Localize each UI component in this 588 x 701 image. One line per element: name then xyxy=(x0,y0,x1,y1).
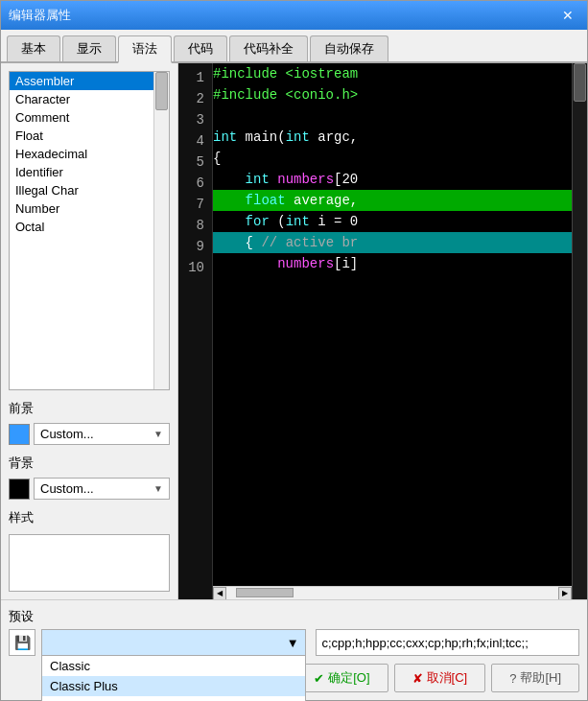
list-item-character[interactable]: Character xyxy=(10,90,153,108)
list-scrollbar[interactable] xyxy=(153,72,169,389)
code-line-3 xyxy=(213,105,572,127)
tab-basic[interactable]: 基本 xyxy=(7,35,60,61)
horizontal-scrollbar[interactable]: ◀ ▶ xyxy=(213,586,572,599)
code-line-9: ▪ { // active br xyxy=(213,232,572,253)
preset-list: Classic Classic Plus Twilight Ocean Visu… xyxy=(41,655,306,701)
list-item-number[interactable]: Number xyxy=(10,199,153,218)
list-item-illegal-char[interactable]: Illegal Char xyxy=(10,181,153,199)
syntax-list[interactable]: Assembler Character Comment Float Hexade… xyxy=(10,72,153,389)
left-panel: Assembler Character Comment Float Hexade… xyxy=(1,63,178,599)
help-icon: ? xyxy=(509,671,516,686)
preset-label: 预设 xyxy=(9,608,579,625)
code-line-10: numbers[i] xyxy=(213,253,572,274)
window-title: 编辑器属性 xyxy=(9,7,71,24)
foreground-value: Custom... xyxy=(40,427,94,441)
preset-item-classic-plus[interactable]: Classic Plus xyxy=(42,676,305,696)
title-bar: 编辑器属性 ✕ xyxy=(1,1,587,30)
preset-save-icon: 💾 xyxy=(14,635,31,650)
cancel-label: 取消[C] xyxy=(427,669,468,687)
code-editor: 1 2 3 4 5 6 7 8 9 10 #include <iostream xyxy=(178,63,587,599)
preset-icon-button[interactable]: 💾 xyxy=(9,629,35,656)
code-line-1: #include <iostream xyxy=(213,63,572,84)
tab-autocomplete[interactable]: 代码补全 xyxy=(229,35,308,61)
main-window: 编辑器属性 ✕ 基本 显示 语法 代码 代码补全 自动保存 Assembler … xyxy=(0,0,588,701)
foreground-label: 前景 xyxy=(9,400,170,417)
code-line-8: for (int i = 0 xyxy=(213,211,572,232)
main-content: Assembler Character Comment Float Hexade… xyxy=(1,63,587,599)
code-text-9: { // active br xyxy=(213,235,358,250)
extensions-row xyxy=(316,629,580,656)
help-button[interactable]: ? 帮助[H] xyxy=(491,664,579,692)
code-text-1: #include <iostream xyxy=(213,66,358,82)
tab-code[interactable]: 代码 xyxy=(174,35,227,61)
line-numbers: 1 2 3 4 5 6 7 8 9 10 xyxy=(178,63,213,599)
code-line-4: int main(int argc, xyxy=(213,127,572,148)
code-text-4: int main(int argc, xyxy=(213,129,358,145)
horiz-scroll-track xyxy=(226,587,558,599)
extensions-input[interactable] xyxy=(316,629,580,656)
right-panel: 1 2 3 4 5 6 7 8 9 10 #include <iostream xyxy=(178,63,587,599)
tab-bar: 基本 显示 语法 代码 代码补全 自动保存 xyxy=(1,30,587,63)
list-item-identifier[interactable]: Identifier xyxy=(10,163,153,181)
code-text-5: { xyxy=(213,151,221,166)
close-button[interactable]: ✕ xyxy=(556,7,579,24)
background-swatch[interactable] xyxy=(9,479,30,500)
foreground-swatch[interactable] xyxy=(9,424,30,445)
list-item-hexadecimal[interactable]: Hexadecimal xyxy=(10,145,153,163)
preset-item-classic[interactable]: Classic xyxy=(42,656,305,676)
horiz-scroll-thumb xyxy=(236,588,294,597)
code-line-5: ▪ { xyxy=(213,148,572,169)
code-line-6: int numbers[20 xyxy=(213,169,572,190)
background-row: Custom... ▼ xyxy=(9,478,170,500)
code-text-2: #include <conio.h> xyxy=(213,87,358,103)
list-item-octal[interactable]: Octal xyxy=(10,218,153,236)
tab-syntax[interactable]: 语法 xyxy=(118,35,172,63)
preset-row: 💾 ▼ Classic Classic Plus Twilight Ocean … xyxy=(9,629,579,656)
code-text-8: for (int i = 0 xyxy=(213,214,358,229)
tab-display[interactable]: 显示 xyxy=(62,35,116,61)
code-text-10: numbers[i] xyxy=(213,256,358,271)
code-text-6: int numbers[20 xyxy=(213,172,358,187)
list-item-assembler[interactable]: Assembler xyxy=(10,72,153,90)
preset-selected-value xyxy=(48,636,52,650)
background-dropdown[interactable]: Custom... ▼ xyxy=(34,478,170,500)
style-box xyxy=(9,534,170,592)
ok-label: 确定[O] xyxy=(328,669,369,687)
chevron-down-icon-3: ▼ xyxy=(287,636,299,650)
style-label: 样式 xyxy=(9,509,170,526)
background-label: 背景 xyxy=(9,455,170,472)
code-line-7: float average, xyxy=(213,190,572,211)
ok-icon: ✔ xyxy=(314,671,324,686)
code-scrollbar-thumb xyxy=(574,63,586,102)
code-line-2: #include <conio.h> xyxy=(213,84,572,105)
cancel-button[interactable]: ✘ 取消[C] xyxy=(394,664,486,692)
scroll-right-icon[interactable]: ▶ xyxy=(558,587,572,600)
foreground-dropdown[interactable]: Custom... ▼ xyxy=(34,423,170,445)
preset-dropdown-trigger[interactable]: ▼ xyxy=(41,629,306,656)
preset-section: 预设 💾 ▼ Classic Classic Plus Twilight Oce… xyxy=(9,608,579,656)
code-text-3 xyxy=(213,108,221,124)
foreground-row: Custom... ▼ xyxy=(9,423,170,445)
scroll-left-icon[interactable]: ◀ xyxy=(213,587,226,600)
chevron-down-icon-2: ▼ xyxy=(153,483,163,494)
chevron-down-icon: ▼ xyxy=(153,429,163,439)
tab-autosave[interactable]: 自动保存 xyxy=(310,35,388,61)
background-value: Custom... xyxy=(40,481,94,496)
bottom-section: 预设 💾 ▼ Classic Classic Plus Twilight Oce… xyxy=(1,599,587,700)
cancel-icon: ✘ xyxy=(412,671,423,686)
ok-button[interactable]: ✔ 确定[O] xyxy=(295,664,388,692)
preset-item-twilight[interactable]: Twilight xyxy=(42,696,305,701)
syntax-list-wrapper: Assembler Character Comment Float Hexade… xyxy=(9,71,170,390)
code-scrollbar[interactable] xyxy=(572,63,587,599)
scrollbar-thumb xyxy=(155,72,168,110)
list-item-float[interactable]: Float xyxy=(10,127,153,145)
code-text-7: float average, xyxy=(213,193,358,208)
preset-dropdown-wrapper: ▼ Classic Classic Plus Twilight Ocean Vi… xyxy=(41,629,306,656)
help-label: 帮助[H] xyxy=(520,669,561,687)
list-item-comment[interactable]: Comment xyxy=(10,108,153,127)
